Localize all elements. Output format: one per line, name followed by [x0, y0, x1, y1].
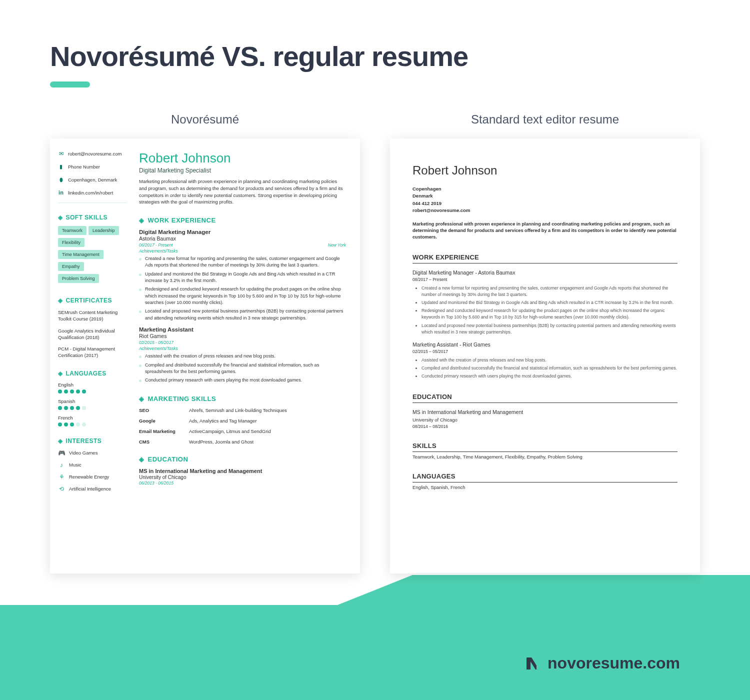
mskill-key: SEO [139, 408, 189, 413]
std-skills: Teamwork, Leadership, Time Management, F… [412, 454, 678, 460]
interest-label: Renewable Energy [69, 474, 109, 480]
candidate-name: Robert Johnson [139, 150, 346, 166]
interest-item: 🎮Video Games [58, 450, 127, 456]
bullet: Updated and monitored the Bid Strategy i… [139, 271, 346, 284]
language-name: Spanish [58, 398, 127, 404]
std-job-bullets: Assisted with the creation of press rele… [422, 357, 678, 380]
contact-email: ✉ robert@novoresume.com [58, 150, 127, 156]
job-dates: 02/2015 - 05/2017 [139, 340, 174, 345]
contact-location: ⬮ Copenhagen, Denmark [58, 176, 127, 182]
interest-icon: ⚘ [58, 474, 65, 480]
divider [412, 402, 678, 403]
std-job-dates: 02/2015 – 05/2017 [412, 349, 678, 354]
mskill-value: WordPress, Joomla and Ghost [189, 439, 254, 444]
contact-email-text: robert@novoresume.com [68, 151, 122, 156]
bullet: Located and proposed new potential busin… [422, 322, 678, 336]
std-languages-heading: LANGUAGES [412, 472, 678, 480]
mskills-heading: MARKETING SKILLS [139, 395, 346, 402]
std-country: Denmark [412, 192, 678, 200]
job-subheading: Achievements/Tasks [139, 248, 346, 254]
divider [412, 482, 678, 482]
bullet: Created a new format for reporting and p… [139, 256, 346, 269]
certificate-item: Google Analytics Individual Qualificatio… [58, 328, 127, 341]
language-level [58, 406, 127, 410]
footer-brand: novoresume.com [524, 654, 680, 672]
linkedin-icon: in [58, 190, 64, 196]
certificate-item: SEMrush Content Marketing Toolkit Course… [58, 309, 127, 322]
candidate-summary: Marketing professional with proven exper… [139, 178, 346, 206]
std-languages: English, Spanish, French [412, 484, 678, 490]
languages-list: EnglishSpanishFrench [58, 382, 127, 426]
std-job-dates: 08/2017 – Present [412, 277, 678, 282]
interest-icon: 🎮 [58, 450, 65, 456]
contact-location-text: Copenhagen, Denmark [68, 177, 117, 182]
bullet: Compiled and distributed successfully th… [422, 365, 678, 372]
std-summary: Marketing professional with proven exper… [412, 221, 678, 240]
std-email: robert@novoresume.com [412, 207, 678, 214]
contact-phone: ▮ Phone Number [58, 164, 127, 170]
interest-label: Video Games [69, 450, 98, 456]
std-edu-degree: MS in International Marketing and Manage… [412, 409, 678, 415]
background-accent [0, 575, 750, 700]
novo-column: Novorésumé ✉ robert@novoresume.com ▮ Pho… [50, 112, 360, 574]
education-degree: MS in International Marketing and Manage… [139, 468, 346, 474]
skill-pill: Flexibility [58, 238, 84, 247]
bullet: Created a new format for reporting and p… [422, 285, 678, 298]
std-job-title: Marketing Assistant - Riot Games [412, 342, 678, 348]
novo-resume: ✉ robert@novoresume.com ▮ Phone Number ⬮… [50, 138, 360, 574]
job-title: Digital Marketing Manager [139, 229, 346, 235]
bullet: Redesigned and conducted keyword researc… [422, 308, 678, 320]
phone-icon: ▮ [58, 164, 64, 170]
std-skills-heading: SKILLS [412, 442, 678, 450]
bullet: Located and proposed new potential busin… [139, 308, 346, 322]
interest-item: ♪Music [58, 462, 127, 468]
mskill-row: GoogleAds, Analytics and Tag Manager [139, 418, 346, 424]
certificates-list: SEMrush Content Marketing Toolkit Course… [58, 309, 127, 359]
bullet: Redesigned and conducted keyword researc… [139, 286, 346, 306]
std-job-title: Digital Marketing Manager - Astoria Baum… [412, 270, 678, 276]
std-edu-dates: 08/2014 – 08/2016 [412, 424, 678, 429]
soft-skills-heading: SOFT SKILLS [58, 214, 127, 221]
job-meta: 02/2015 - 05/2017 [139, 340, 346, 345]
mskill-value: ActiveCampaign, Litmus and SendGrid [189, 428, 271, 434]
work-list: Digital Marketing ManagerAstoria Baumax0… [139, 229, 346, 384]
certificate-item: PCM - Digital Management Certification (… [58, 346, 127, 359]
mskill-key: CMS [139, 439, 189, 444]
job-bullets: Created a new format for reporting and p… [139, 256, 346, 322]
skill-pill: Leadership [88, 226, 119, 235]
standard-column: Standard text editor resume Robert Johns… [390, 112, 700, 574]
interest-item: ⟲Artificial Intelligence [58, 486, 127, 492]
job-item: Digital Marketing ManagerAstoria Baumax0… [139, 229, 346, 322]
contact-linkedin-text: linkedin.com/in/robert [68, 190, 113, 196]
certificates-heading: CERTIFICATES [58, 297, 127, 304]
language-level [58, 390, 127, 394]
std-name: Robert Johnson [412, 164, 678, 178]
novo-label: Novorésumé [50, 112, 360, 126]
standard-resume: Robert Johnson Copenhagen Denmark 044 41… [390, 138, 700, 574]
bullet: Assisted with the creation of press rele… [139, 353, 346, 360]
language-name: French [58, 415, 127, 420]
interest-icon: ⟲ [58, 486, 65, 492]
std-work-heading: WORK EXPERIENCE [412, 254, 678, 261]
interest-label: Music [69, 462, 82, 468]
location-icon: ⬮ [58, 176, 64, 182]
mskill-value: Ahrefs, Semrush and Link-building Techni… [189, 408, 287, 413]
contact-linkedin: in linkedin.com/in/robert [58, 190, 127, 196]
interest-label: Artificial Intelligence [69, 486, 111, 492]
candidate-role: Digital Marketing Specialist [139, 167, 346, 174]
job-company: Riot Games [139, 333, 346, 339]
standard-label: Standard text editor resume [390, 112, 700, 126]
language-name: English [58, 382, 127, 388]
work-heading: WORK EXPERIENCE [139, 216, 346, 224]
mskill-key: Google [139, 418, 189, 424]
divider [412, 452, 678, 452]
bullet: Compiled and distributed successfully th… [139, 362, 346, 376]
mskill-value: Ads, Analytics and Tag Manager [189, 418, 257, 424]
education-school: University of Chicago [139, 474, 346, 480]
divider [58, 202, 127, 203]
page-title: Novorésumé VS. regular resume [50, 40, 700, 72]
mskill-row: SEOAhrefs, Semrush and Link-building Tec… [139, 408, 346, 413]
job-bullets: Assisted with the creation of press rele… [139, 353, 346, 384]
brand-text: novoresume.com [548, 654, 680, 672]
job-company: Astoria Baumax [139, 236, 346, 242]
